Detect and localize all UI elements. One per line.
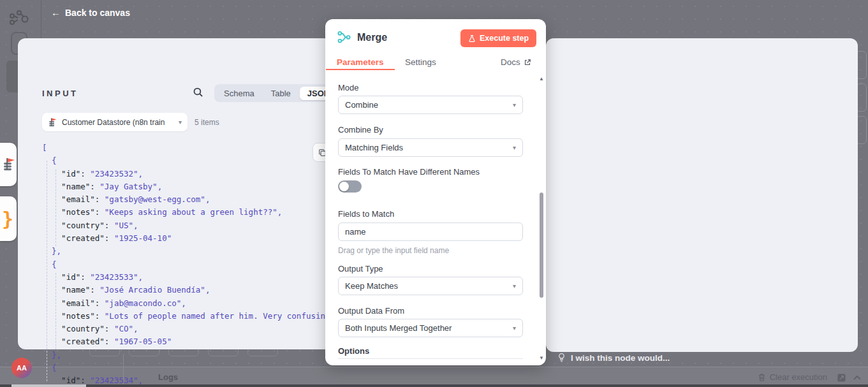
chevron-down-icon: ▾: [179, 119, 182, 126]
field-label-mode: Mode: [338, 83, 359, 92]
back-to-canvas-link[interactable]: ← Back to canvas: [51, 7, 130, 18]
back-arrow-icon: ←: [51, 7, 61, 18]
field-label-combine-by: Combine By: [338, 125, 383, 135]
mode-value: Combine: [345, 100, 378, 110]
canvas-divider: [41, 0, 41, 38]
json-line: [: [42, 142, 329, 154]
options-section-label: Options: [338, 346, 369, 356]
json-line: "id": "23423534",: [42, 374, 329, 387]
dialog-header: Merge: [337, 30, 387, 45]
tab-parameters[interactable]: Parameters: [337, 57, 384, 67]
wish-label: I wish this node would...: [571, 353, 670, 363]
input-panel-title: INPUT: [42, 89, 78, 98]
json-line: "country": "CO",: [42, 323, 329, 335]
json-line: "email": "jab@macondo.co",: [42, 297, 329, 310]
clear-execution-button[interactable]: Clear execution: [758, 372, 827, 382]
lightbulb-icon: [557, 353, 566, 363]
pop-out-icon[interactable]: [837, 373, 846, 383]
output-panel: OUTPUT Schema Table JSON 1 item idnameem…: [546, 38, 858, 352]
json-line: },: [42, 245, 329, 258]
json-line: "id": "23423532",: [42, 168, 329, 180]
chevron-down-icon: ▾: [513, 325, 516, 332]
json-line: "country": "US",: [42, 219, 329, 232]
options-divider: [338, 358, 523, 359]
chevron-down-icon: ▾: [513, 144, 516, 151]
json-line: "created": "1967-05-05": [42, 335, 329, 348]
flask-icon: [468, 34, 476, 43]
indent-guide: [47, 161, 47, 381]
json-line: },: [42, 349, 329, 361]
toggle-knob: [339, 182, 349, 191]
canvas-node-edit-fields[interactable]: }: [0, 196, 17, 241]
json-line: "name": "Jay Gatsby",: [42, 180, 329, 193]
output-data-from-value: Both Inputs Merged Together: [345, 323, 452, 333]
field-label-different-names: Fields To Match Have Different Names: [338, 167, 480, 177]
merge-icon: [337, 30, 351, 45]
dialog-scrollbar[interactable]: [540, 193, 543, 298]
database-flag-icon: [2, 157, 16, 172]
workflow-nodes-icon: [9, 9, 29, 28]
dialog-title: Merge: [357, 32, 387, 43]
json-viewer: [ { "id": "23423532", "name": "Jay Gatsb…: [42, 142, 329, 387]
json-line: "notes": "Lots of people named after him…: [42, 310, 329, 323]
output-type-select[interactable]: Keep Matches ▾: [338, 277, 523, 295]
input-items-count: 5 items: [195, 118, 219, 127]
field-label-output-type: Output Type: [338, 264, 383, 274]
indent-guide: [55, 273, 56, 349]
active-tab-underline: [326, 69, 395, 70]
canvas-node-datastore[interactable]: [0, 143, 17, 186]
execute-step-label: Execute step: [480, 34, 529, 43]
output-data-from-select[interactable]: Both Inputs Merged Together ▾: [338, 319, 523, 337]
input-panel: INPUT Schema Table JSON Customer Datasto…: [18, 38, 332, 349]
json-line: "email": "gatsby@west-egg.com",: [42, 193, 329, 206]
output-type-value: Keep Matches: [345, 281, 398, 291]
json-line: "name": "José Arcadio Buendía",: [42, 284, 329, 296]
execute-step-button[interactable]: Execute step: [460, 29, 536, 47]
brace-icon: }: [2, 208, 13, 230]
tab-table[interactable]: Table: [263, 87, 298, 100]
tab-settings[interactable]: Settings: [405, 57, 436, 67]
field-label-fields-to-match: Fields to Match: [338, 209, 394, 219]
scroll-down-icon[interactable]: ▼: [539, 356, 544, 361]
clear-execution-label: Clear execution: [770, 372, 827, 382]
scroll-up-icon[interactable]: ▲: [539, 77, 544, 82]
chevron-down-icon: ▾: [513, 282, 516, 289]
indent-guide: [55, 170, 56, 246]
json-line: {: [42, 361, 329, 374]
input-view-tabs: Schema Table JSON: [214, 84, 339, 102]
node-settings-dialog: Merge Execute step Parameters Settings D…: [325, 19, 546, 365]
back-to-canvas-label: Back to canvas: [65, 8, 130, 18]
external-link-icon: [524, 59, 531, 66]
database-flag-icon: [48, 117, 57, 128]
docs-link[interactable]: Docs: [501, 57, 531, 67]
input-source-select[interactable]: Customer Datastore (n8n train ▾: [42, 113, 188, 131]
fields-to-match-hint: Drag or type the input field name: [338, 246, 449, 255]
json-line: "notes": "Keeps asking about a green lig…: [42, 206, 329, 219]
docs-label: Docs: [501, 57, 520, 67]
input-source-label: Customer Datastore (n8n train: [62, 118, 174, 127]
json-line: "id": "23423533",: [42, 271, 329, 284]
trash-icon: [758, 373, 766, 382]
tab-schema[interactable]: Schema: [216, 87, 262, 100]
fields-to-match-input[interactable]: [338, 223, 523, 241]
wish-row[interactable]: I wish this node would...: [557, 353, 670, 363]
combine-by-value: Matching Fields: [345, 143, 403, 152]
chevron-down-icon: ▾: [513, 101, 516, 108]
different-names-toggle[interactable]: [338, 180, 362, 193]
mode-select[interactable]: Combine ▾: [338, 96, 523, 114]
search-icon[interactable]: [193, 87, 203, 98]
field-label-output-data-from: Output Data From: [338, 306, 404, 316]
json-line: "created": "1925-04-10": [42, 232, 329, 245]
avatar[interactable]: AA: [11, 358, 32, 378]
chevron-up-icon[interactable]: [853, 374, 862, 381]
json-line: {: [42, 258, 329, 271]
json-line: {: [42, 154, 329, 167]
combine-by-select[interactable]: Matching Fields ▾: [338, 138, 523, 157]
